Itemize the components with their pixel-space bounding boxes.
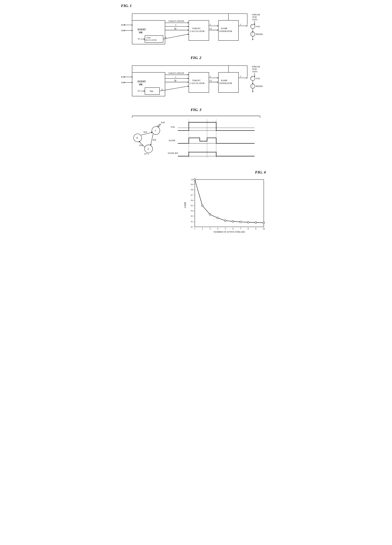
svg-text:1: 1 bbox=[155, 129, 156, 132]
svg-text:Δt: Δt bbox=[174, 27, 177, 30]
svg-text:×: × bbox=[251, 24, 253, 26]
fig1-diagram: EVENT SM EOF SOF TARGET UPDATE s Δt bbox=[121, 9, 271, 48]
svg-text:CALCULATOR: CALCULATOR bbox=[190, 30, 205, 32]
svg-text:GAIN: GAIN bbox=[146, 37, 151, 39]
svg-text:SM: SM bbox=[139, 31, 142, 34]
svg-text:MIXER: MIXER bbox=[255, 33, 263, 35]
svg-text:5: 5 bbox=[225, 228, 226, 230]
svg-text:STREAM: STREAM bbox=[252, 14, 260, 16]
svg-line-87 bbox=[159, 86, 188, 91]
svg-text:s′: s′ bbox=[210, 75, 211, 78]
svg-text:v′f: v′f bbox=[209, 27, 211, 30]
svg-text:VOL: VOL bbox=[255, 77, 260, 80]
svg-text:0.8: 0.8 bbox=[191, 189, 193, 191]
svg-text:VOL: VOL bbox=[170, 126, 175, 128]
svg-text:EOF: EOF bbox=[121, 76, 125, 78]
svg-text:0.6: 0.6 bbox=[191, 199, 193, 201]
svg-point-200 bbox=[209, 214, 211, 215]
svg-text:VOL: VOL bbox=[255, 25, 260, 28]
svg-text:G: G bbox=[165, 36, 166, 39]
fig3-title: FIG. 3 bbox=[121, 107, 271, 112]
svg-marker-13 bbox=[187, 22, 189, 23]
svg-text:+: + bbox=[251, 33, 253, 35]
svg-marker-28 bbox=[187, 34, 189, 35]
svg-marker-16 bbox=[187, 26, 189, 27]
svg-text:SOF: SOF bbox=[121, 29, 125, 32]
svg-line-27 bbox=[163, 34, 188, 39]
svg-point-207 bbox=[263, 222, 265, 224]
svg-text:SOF: SOF bbox=[143, 131, 147, 133]
svg-text:0.5: 0.5 bbox=[191, 204, 193, 207]
svg-marker-34 bbox=[217, 25, 218, 26]
svg-marker-137 bbox=[150, 144, 151, 145]
svg-marker-60 bbox=[252, 39, 253, 40]
svg-point-199 bbox=[201, 205, 203, 207]
svg-text:SV=1: SV=1 bbox=[144, 153, 149, 155]
svg-text:PCM: PCM bbox=[252, 68, 257, 70]
svg-text:DATA: DATA bbox=[252, 19, 258, 21]
fig4-title: FIG. 4 bbox=[184, 170, 266, 174]
svg-text:10: 10 bbox=[263, 228, 265, 230]
fig2-title: FIG. 2 bbox=[121, 56, 271, 60]
fig4-inner: FIG. 4 0.1 0.2 0.3 0.4 0.5 bbox=[184, 170, 271, 235]
fig2-diagram: EVENT SM EOF SOF TARGET UPDATE s Δt T bbox=[121, 62, 271, 100]
svg-text:STREAM: STREAM bbox=[252, 66, 260, 68]
fig4-chart: 0.1 0.2 0.3 0.4 0.5 0.6 0.7 0.8 0.9 1.0 bbox=[184, 176, 271, 234]
svg-text:MIXER: MIXER bbox=[255, 85, 263, 87]
svg-marker-94 bbox=[217, 77, 218, 78]
svg-text:RAMP: RAMP bbox=[221, 79, 227, 82]
svg-text:4: 4 bbox=[217, 228, 218, 230]
fig3-diagram: 0 1 2 SV=1 SOF EOF SOF EOF bbox=[121, 113, 271, 162]
svg-text:GENERATOR: GENERATOR bbox=[219, 30, 232, 32]
page: FIG. 1 EVENT SM EOF SOF TARGET UPDATE bbox=[121, 4, 271, 235]
svg-text:NUMBER OF AVTIVE STREAMS: NUMBER OF AVTIVE STREAMS bbox=[213, 231, 245, 233]
svg-text:TARGET: TARGET bbox=[192, 27, 200, 30]
svg-text:s: s bbox=[175, 24, 176, 26]
svg-text:0: 0 bbox=[137, 136, 138, 139]
svg-text:EVENT: EVENT bbox=[138, 80, 146, 83]
svg-text:PCM: PCM bbox=[252, 16, 257, 18]
svg-text:2: 2 bbox=[202, 228, 203, 230]
svg-marker-77 bbox=[187, 78, 189, 79]
svg-text:RAMP: RAMP bbox=[221, 27, 227, 30]
svg-text:s′: s′ bbox=[210, 23, 211, 26]
svg-text:v′f: v′f bbox=[209, 79, 211, 82]
svg-text:EOF: EOF bbox=[121, 24, 125, 26]
svg-text:v′: v′ bbox=[240, 75, 241, 78]
svg-text:EVENT: EVENT bbox=[138, 28, 146, 31]
svg-marker-88 bbox=[187, 86, 189, 87]
svg-text:EOF: EOF bbox=[161, 121, 165, 124]
svg-marker-44 bbox=[247, 25, 247, 26]
fig3-section: FIG. 3 0 1 2 SV=1 SOF EOF bbox=[121, 107, 271, 163]
svg-point-203 bbox=[232, 220, 234, 222]
svg-marker-97 bbox=[217, 81, 218, 83]
svg-text:G: G bbox=[161, 88, 163, 91]
svg-text:v′: v′ bbox=[240, 23, 241, 26]
svg-text:1.0: 1.0 bbox=[191, 179, 193, 181]
svg-text:GAIN: GAIN bbox=[184, 202, 187, 208]
svg-marker-134 bbox=[158, 126, 159, 127]
svg-text:s: s bbox=[175, 75, 176, 78]
svg-text:DATA: DATA bbox=[252, 70, 258, 73]
svg-text:0.4: 0.4 bbox=[191, 210, 193, 212]
svg-text:9: 9 bbox=[255, 228, 256, 230]
svg-text:CALCULATOR: CALCULATOR bbox=[145, 39, 157, 41]
svg-text:TARGET UPDATE: TARGET UPDATE bbox=[168, 72, 184, 74]
svg-marker-80 bbox=[187, 81, 189, 83]
fig2-section: FIG. 2 EVENT SM EOF SOF TARGET UPDATE bbox=[121, 56, 271, 100]
svg-text:EOF: EOF bbox=[139, 144, 143, 146]
svg-marker-86 bbox=[144, 91, 145, 92]
svg-text:0.2: 0.2 bbox=[191, 221, 193, 223]
svg-marker-104 bbox=[247, 77, 247, 78]
svg-marker-19 bbox=[187, 30, 189, 31]
svg-text:SV: SV bbox=[138, 38, 140, 40]
svg-text:0.9: 0.9 bbox=[191, 183, 193, 186]
svg-point-206 bbox=[255, 222, 257, 223]
svg-text:SOF: SOF bbox=[152, 139, 156, 141]
svg-point-202 bbox=[224, 220, 226, 222]
svg-text:0.3: 0.3 bbox=[191, 215, 193, 217]
svg-marker-120 bbox=[252, 91, 253, 92]
fig4-section: FIG. 4 0.1 0.2 0.3 0.4 0.5 bbox=[121, 170, 271, 235]
svg-text:STATE BIT: STATE BIT bbox=[168, 152, 178, 155]
svg-text:8: 8 bbox=[247, 228, 248, 230]
